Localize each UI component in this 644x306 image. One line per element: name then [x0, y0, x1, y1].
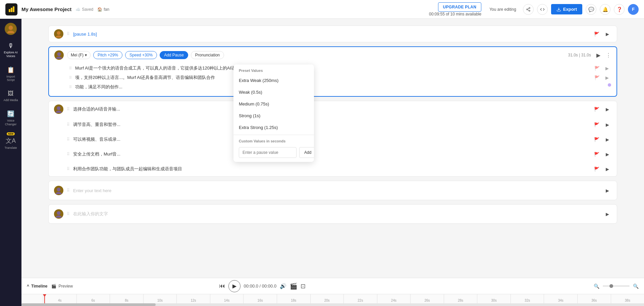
content-row-1: ⠿ Murf AI是一个强大的语音合成工具，可以真人的语音，它提供多达120种以…	[69, 64, 611, 73]
breadcrumb: 🏠 fan	[97, 7, 109, 12]
ruler-ticks: 4s6s8s10s12s14s16s18s20s22s24s26s28s30s3…	[21, 294, 644, 303]
row-play-icon[interactable]: ▶	[603, 64, 611, 73]
layout-button[interactable]: ⊡	[301, 282, 306, 290]
play-3[interactable]: ▶	[603, 105, 611, 113]
sidebar-item-add-media[interactable]: 🖼 Add Media	[1, 87, 20, 105]
share-button[interactable]	[523, 4, 534, 15]
zoom-out-icon[interactable]: 🔍	[594, 283, 599, 289]
drag-handle-7[interactable]: ⠿	[67, 167, 70, 171]
custom-pause-input-row: Add	[233, 144, 314, 162]
user-avatar[interactable]: F	[628, 4, 639, 15]
zoom-in-icon[interactable]: 🔍	[633, 283, 639, 289]
row-flag-icon-2[interactable]: 🚩	[593, 74, 601, 82]
block-more-button[interactable]: ⋮	[606, 52, 611, 58]
row-flag-icon[interactable]: 🚩	[593, 64, 601, 73]
play-icon[interactable]: ▶	[603, 30, 611, 38]
play-9[interactable]: ▶	[603, 210, 611, 218]
dropdown-item-2[interactable]: Medium (0.75s)	[233, 98, 314, 110]
content-text-2[interactable]: 项，支持20种以上语言...。Murf AI还具备音高调节、语音编辑和团队合作	[75, 74, 590, 81]
upgrade-button[interactable]: UPGRADE PLAN	[438, 2, 482, 12]
play-6[interactable]: ▶	[603, 150, 611, 158]
play-pause-button[interactable]: ▶	[228, 280, 240, 292]
drag-handle-3[interactable]: ⠿	[67, 107, 70, 112]
chevron-down-icon: ▾	[85, 53, 87, 57]
inactive-row-4: ⠿ 调节音高、重音和暂停... 🚩 ▶	[49, 117, 617, 132]
block-text-3[interactable]: 选择合适的AI语音并输...	[73, 106, 589, 112]
notifications-button[interactable]: 🔔	[600, 4, 610, 15]
comments-button[interactable]: 💬	[586, 4, 596, 15]
play-8[interactable]: ▶	[603, 186, 611, 194]
drag-handle[interactable]: ⠿	[67, 32, 70, 36]
content-area: ⠿ [pause 1.8s] 🚩 ▶ Mei (F)	[21, 19, 644, 306]
sidebar-item-voice-changer[interactable]: 🔄 Voice Changer	[1, 107, 20, 130]
flag-6[interactable]: 🚩	[593, 150, 601, 158]
timeline-toggle[interactable]: ^ Timeline	[27, 284, 47, 289]
flag-icon[interactable]: 🚩	[593, 30, 601, 38]
flag-7[interactable]: 🚩	[593, 165, 601, 173]
home-icon: 🏠	[97, 7, 102, 12]
speed-tag[interactable]: Speed +30%	[125, 51, 157, 59]
timeline-scrollbar[interactable]	[21, 303, 644, 306]
row-drag-2[interactable]: ⠿	[69, 75, 72, 81]
time-display: 00:00.0 / 00:00.0	[244, 283, 277, 289]
sidebar-item-translate[interactable]: NEW 文A Translate	[1, 131, 20, 153]
pronunciation-button[interactable]: Pronunciation	[191, 51, 224, 59]
placeholder-text-2[interactable]: 在此输入你的文字	[73, 211, 600, 217]
ruler-tick: 14s	[210, 294, 244, 303]
block-text-7[interactable]: 利用合作团队功能，与团队成员一起编辑和生成语音项目	[73, 166, 589, 172]
svg-point-14	[56, 56, 62, 59]
export-button[interactable]: Export	[551, 4, 582, 14]
play-7[interactable]: ▶	[603, 165, 611, 173]
content-text-3[interactable]: 功能，满足不同的创作...	[75, 83, 604, 91]
code-button[interactable]	[537, 4, 548, 15]
flag-3[interactable]: 🚩	[593, 105, 601, 113]
drag-handle-5[interactable]: ⠿	[67, 137, 70, 142]
ruler-tick: 22s	[343, 294, 377, 303]
svg-point-17	[57, 188, 61, 191]
svg-point-3	[529, 7, 530, 9]
voice-select[interactable]: Mei (F) ▾	[67, 51, 91, 59]
block-avatar-2	[54, 50, 64, 60]
drag-handle-4[interactable]: ⠿	[67, 122, 70, 127]
flag-4[interactable]: 🚩	[593, 121, 601, 129]
pause-value-input[interactable]	[239, 147, 297, 158]
block-text-4[interactable]: 调节音高、重音和暂停...	[73, 122, 589, 128]
add-pause-button[interactable]: Add Pause	[160, 51, 188, 59]
add-pause-value-button[interactable]: Add	[299, 147, 314, 158]
sidebar-item-explore-ai[interactable]: 🎙 Explore AI Voices	[1, 39, 20, 61]
volume-button[interactable]: 🔊	[280, 283, 286, 289]
block-play-button[interactable]: ▶	[594, 50, 603, 60]
dropdown-item-3[interactable]: Strong (1s)	[233, 110, 314, 122]
row-drag-3[interactable]: ⠿	[69, 84, 72, 90]
dropdown-item-0[interactable]: Extra Weak (250ms)	[233, 75, 314, 86]
play-5[interactable]: ▶	[603, 135, 611, 143]
video-button[interactable]: 🎬	[290, 282, 297, 290]
pause-block-header: ⠿ [pause 1.8s] 🚩 ▶	[49, 26, 617, 42]
skip-back-button[interactable]: ⏮	[219, 282, 225, 290]
scrollbar-thumb[interactable]	[21, 303, 156, 306]
content-text-1[interactable]: Murf AI是一个强大的语音合成工具，可以真人的语音，它提供多达120种以上的…	[75, 64, 590, 72]
play-4[interactable]: ▶	[603, 121, 611, 129]
row-play-icon-2[interactable]: ▶	[603, 74, 611, 82]
pitch-tag[interactable]: Pitch +29%	[93, 51, 122, 59]
svg-rect-0	[9, 9, 10, 12]
flag-5[interactable]: 🚩	[593, 135, 601, 143]
drag-handle-9[interactable]: ⠿	[67, 212, 70, 216]
zoom-slider[interactable]	[603, 286, 630, 287]
drag-handle-8[interactable]: ⠿	[67, 188, 70, 193]
row-actions-block-3: 🚩 ▶	[593, 105, 611, 113]
row-drag-1[interactable]: ⠿	[69, 65, 72, 72]
drag-handle-6[interactable]: ⠿	[67, 152, 70, 157]
dropdown-item-1[interactable]: Weak (0.5s)	[233, 86, 314, 98]
import-script-icon: 📋	[7, 66, 14, 74]
help-button[interactable]: ❓	[614, 4, 625, 15]
dropdown-divider	[233, 135, 314, 135]
dropdown-item-4[interactable]: Extra Strong (1.25s)	[233, 122, 314, 133]
block-text-6[interactable]: 安全上传文档，Murf音...	[73, 151, 589, 157]
sidebar-item-import-script[interactable]: 📋 Import Script	[1, 63, 20, 86]
block-text-5[interactable]: 可以将视频、音乐或录...	[73, 136, 589, 142]
svg-point-5	[529, 10, 530, 11]
placeholder-text-1[interactable]: Enter your text here	[73, 188, 600, 193]
placeholder-row-1: ⠿ Enter your text here ▶	[49, 181, 617, 200]
preview-toggle[interactable]: 🎬 Preview	[51, 284, 73, 289]
